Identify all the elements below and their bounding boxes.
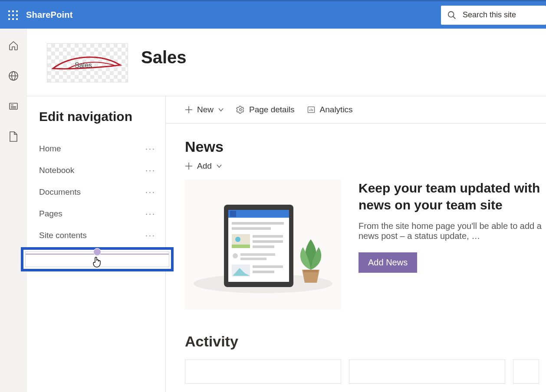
rail-global[interactable] [7,69,20,82]
search-input[interactable] [463,10,532,20]
activity-card[interactable] [513,359,539,384]
site-title: Sales [141,48,187,67]
nav-item-home[interactable]: Home ··· [27,138,165,160]
svg-rect-4 [12,14,14,16]
analytics-button[interactable]: Analytics [307,105,353,114]
news-heading: News [185,138,546,155]
chevron-down-icon [216,163,222,169]
analytics-label: Analytics [320,105,353,114]
svg-rect-14 [10,103,17,109]
add-label: Add [197,161,212,171]
svg-rect-8 [16,18,18,20]
svg-rect-7 [12,18,14,20]
more-icon[interactable]: ··· [145,166,156,175]
add-news-dropdown[interactable]: Add [185,161,546,171]
nav-item-notebook[interactable]: Notebook ··· [27,160,165,181]
svg-point-40 [233,253,238,258]
add-nav-insert-icon [93,248,101,256]
app-bar: SharePoint [0,0,546,29]
svg-rect-32 [232,222,284,225]
activity-card[interactable] [185,359,341,384]
nav-item-pages[interactable]: Pages ··· [27,203,165,225]
activity-card-row [185,359,546,384]
more-icon[interactable]: ··· [145,231,156,240]
edit-navigation-heading: Edit navigation [27,109,165,124]
new-label: New [197,105,214,114]
news-illustration [185,180,341,310]
svg-rect-37 [253,235,283,238]
edit-navigation-panel: Edit navigation Home ··· Notebook ··· Do… [27,96,166,392]
chevron-down-icon [218,107,224,113]
plus-icon [185,106,193,114]
main-area: New Page details Analytics News [166,96,546,392]
news-promo-title: Keep your team updated with news on your… [359,180,546,213]
command-bar: New Page details Analytics [185,96,546,123]
svg-rect-3 [8,14,10,16]
svg-rect-31 [230,211,236,217]
tablet-plant-icon [185,193,341,297]
news-promo-body: From the site home page you'll be able t… [359,221,546,241]
svg-rect-41 [240,253,275,256]
nav-item-documents[interactable]: Documents ··· [27,181,165,203]
rail-news[interactable] [7,100,20,113]
globe-icon [8,71,19,81]
search-box[interactable] [441,6,546,25]
svg-point-20 [240,109,242,111]
add-nav-item-slot[interactable] [25,252,169,267]
app-shell: Sales Sales Edit navigation Home ··· [0,29,546,392]
svg-rect-6 [8,18,10,20]
svg-point-35 [235,237,240,242]
home-icon [8,40,19,51]
page-details-button[interactable]: Page details [236,105,295,114]
more-icon[interactable]: ··· [145,188,156,197]
svg-line-10 [453,16,456,19]
rail-files[interactable] [7,130,20,143]
news-promo: Keep your team updated with news on your… [185,180,546,310]
svg-rect-38 [253,240,283,243]
gear-icon [236,105,245,114]
body-split: Edit navigation Home ··· Notebook ··· Do… [27,96,546,392]
activity-card[interactable] [349,359,505,384]
waffle-icon [8,10,18,20]
svg-rect-33 [232,227,271,230]
cursor-hand-icon [92,255,103,268]
nav-item-label: Documents [39,187,81,197]
more-icon[interactable]: ··· [145,144,156,154]
file-icon [9,131,18,142]
page-details-label: Page details [249,105,295,114]
nav-item-site-contents[interactable]: Site contents ··· [27,225,165,246]
cmdbar-divider [166,123,546,124]
more-icon[interactable]: ··· [145,209,156,219]
app-launcher-button[interactable] [0,1,26,29]
svg-rect-2 [16,10,18,12]
svg-rect-0 [8,10,10,12]
svg-rect-36 [232,245,250,248]
svg-rect-1 [12,10,14,12]
new-button[interactable]: New [185,105,224,114]
svg-rect-39 [253,245,274,248]
breadcrumb[interactable]: Sales [75,62,92,69]
brand-label[interactable]: SharePoint [26,10,73,20]
add-nav-item-highlight [21,247,174,271]
nav-item-label: Site contents [39,231,87,240]
nav-item-label: Home [39,144,61,154]
search-icon [447,10,457,20]
news-promo-text: Keep your team updated with news on your… [359,180,546,310]
svg-rect-45 [253,265,283,268]
analytics-icon [307,105,316,114]
activity-heading: Activity [185,333,546,350]
svg-rect-42 [240,258,266,260]
svg-rect-48 [303,270,318,272]
rail-home[interactable] [7,39,20,52]
nav-item-label: Notebook [39,166,74,175]
page-content: Sales Sales Edit navigation Home ··· [27,29,546,392]
plus-icon [185,162,193,170]
nav-item-label: Pages [39,209,62,219]
svg-rect-30 [228,210,289,218]
newspaper-icon [8,101,19,111]
site-header: Sales [27,29,546,96]
add-news-button[interactable]: Add News [359,252,417,273]
svg-rect-5 [16,14,18,16]
app-rail [0,29,27,392]
svg-point-9 [448,11,454,17]
